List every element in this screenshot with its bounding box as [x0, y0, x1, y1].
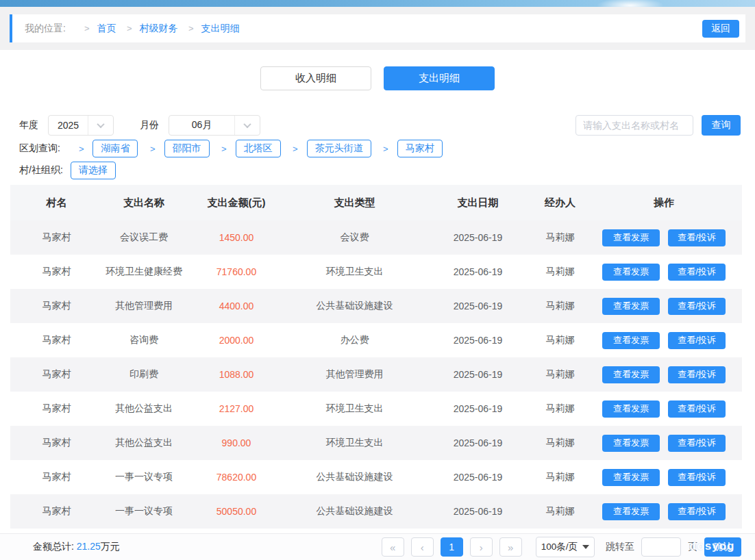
- cell-actions: 查看发票 查看/投诉: [586, 289, 742, 323]
- view-invoice-button[interactable]: 查看发票: [602, 264, 660, 281]
- breadcrumb: 我的位置: > 首页 > 村级财务 > 支出明细 返回: [10, 14, 745, 42]
- cell-type: 公共基础设施建设: [288, 289, 421, 323]
- cell-operator: 马莉娜: [534, 220, 586, 255]
- breadcrumb-link[interactable]: 首页: [97, 23, 116, 35]
- region-separator: >: [383, 144, 388, 154]
- jump-to-label: 跳转至: [606, 541, 634, 553]
- cell-date: 2025-06-19: [421, 323, 534, 357]
- view-complaint-button[interactable]: 查看/投诉: [668, 469, 726, 486]
- page-size-select[interactable]: 100条/页: [536, 537, 595, 557]
- cell-date: 2025-06-19: [421, 255, 534, 289]
- month-select[interactable]: 06月: [169, 115, 260, 136]
- back-button[interactable]: 返回: [702, 20, 739, 38]
- table-row: 马家村 其他管理费用 4400.00 公共基础设施建设 2025-06-19 马…: [10, 289, 742, 323]
- caret-down-icon: [582, 545, 589, 549]
- search-input[interactable]: [575, 115, 693, 136]
- view-invoice-button[interactable]: 查看发票: [602, 332, 660, 349]
- view-complaint-button[interactable]: 查看/投诉: [668, 366, 726, 383]
- table-row: 马家村 其他公益支出 990.00 环境卫生支出 2025-06-19 马莉娜 …: [10, 426, 742, 460]
- view-invoice-button[interactable]: 查看发票: [602, 503, 660, 520]
- view-invoice-button[interactable]: 查看发票: [602, 435, 660, 452]
- breadcrumb-link[interactable]: 村级财务: [140, 23, 178, 35]
- cell-amount: 71760.00: [185, 255, 288, 289]
- region-separator: >: [293, 144, 298, 154]
- cell-date: 2025-06-19: [421, 392, 534, 426]
- view-complaint-button[interactable]: 查看/投诉: [668, 298, 726, 315]
- month-caret-box: [234, 116, 260, 135]
- cell-amount: 990.00: [185, 426, 288, 460]
- region-pill[interactable]: 茶元头街道: [307, 140, 371, 157]
- jump-page-input[interactable]: [641, 537, 681, 557]
- year-label: 年度: [19, 119, 38, 131]
- pagination: « ‹ 1 › » 100条/页 跳转至 页 确认: [382, 537, 741, 557]
- view-invoice-button[interactable]: 查看发票: [602, 366, 660, 383]
- total-unit: 万元: [101, 541, 120, 552]
- prev-page-button[interactable]: ‹: [411, 537, 434, 557]
- year-caret-box: [88, 116, 113, 135]
- next-page-button[interactable]: ›: [470, 537, 493, 557]
- breadcrumb-label: 我的位置:: [25, 23, 66, 35]
- cell-type: 办公费: [288, 323, 421, 357]
- last-page-button[interactable]: »: [499, 537, 522, 557]
- month-label: 月份: [140, 119, 159, 131]
- breadcrumb-link[interactable]: 支出明细: [201, 23, 240, 35]
- view-complaint-button[interactable]: 查看/投诉: [668, 332, 726, 349]
- cell-operator: 马莉娜: [534, 460, 586, 494]
- cell-name: 一事一议专项: [103, 494, 185, 529]
- org-select-button[interactable]: 请选择: [71, 162, 116, 179]
- table-row: 马家村 一事一议专项 50050.00 公共基础设施建设 2025-06-19 …: [10, 494, 742, 529]
- breadcrumb-separator: >: [188, 23, 194, 34]
- cell-date: 2025-06-19: [421, 426, 534, 460]
- view-complaint-button[interactable]: 查看/投诉: [668, 229, 726, 246]
- current-page-button[interactable]: 1: [441, 537, 463, 557]
- view-invoice-button[interactable]: 查看发票: [602, 229, 660, 246]
- cell-name: 其他管理费用: [103, 289, 185, 323]
- cell-date: 2025-06-19: [421, 357, 534, 392]
- region-separator: >: [79, 144, 84, 154]
- breadcrumb-item: > 支出明细: [181, 23, 240, 35]
- cell-type: 环境卫生支出: [288, 392, 421, 426]
- cell-village: 马家村: [10, 426, 103, 460]
- cell-date: 2025-06-19: [421, 289, 534, 323]
- region-pill[interactable]: 湖南省: [92, 140, 138, 157]
- search-button[interactable]: 查询: [702, 115, 741, 136]
- cell-actions: 查看发票 查看/投诉: [586, 357, 742, 392]
- cell-name: 其他公益支出: [103, 426, 185, 460]
- view-complaint-button[interactable]: 查看/投诉: [668, 400, 726, 418]
- region-pill[interactable]: 邵阳市: [164, 140, 210, 157]
- filter-row-region: 区划查询: > 湖南省 > 邵阳市 > 北塔区: [19, 140, 741, 157]
- view-invoice-button[interactable]: 查看发票: [602, 469, 660, 486]
- view-invoice-button[interactable]: 查看发票: [602, 400, 660, 418]
- cell-name: 一事一议专项: [103, 460, 185, 494]
- detail-tabs: 收入明细 支出明细: [0, 50, 755, 90]
- table-row: 马家村 其他公益支出 2127.00 环境卫生支出 2025-06-19 马莉娜…: [10, 392, 742, 426]
- cell-amount: 1088.00: [185, 357, 288, 392]
- view-complaint-button[interactable]: 查看/投诉: [668, 435, 726, 452]
- region-pill[interactable]: 马家村: [397, 140, 443, 157]
- cell-type: 会议费: [288, 220, 421, 255]
- year-select[interactable]: 2025: [48, 115, 114, 136]
- tab-expense-detail[interactable]: 支出明细: [384, 66, 495, 90]
- confirm-jump-button[interactable]: 确认: [704, 537, 741, 557]
- region-item: > 邵阳市: [141, 140, 210, 157]
- view-complaint-button[interactable]: 查看/投诉: [668, 503, 726, 520]
- expense-table: 村名 支出名称 支出金额(元) 支出类型 支出日期 经办人 操作 马家村 会议误…: [10, 185, 742, 529]
- top-sky-banner: [0, 0, 755, 7]
- region-item: > 茶元头街道: [284, 140, 371, 157]
- cell-village: 马家村: [10, 323, 103, 357]
- page-size-value: 100条/页: [541, 541, 578, 553]
- header-amount: 支出金额(元): [185, 185, 288, 220]
- cell-date: 2025-06-19: [421, 460, 534, 494]
- header-village: 村名: [10, 185, 103, 220]
- breadcrumb-strip: 我的位置: > 首页 > 村级财务 > 支出明细 返回: [0, 7, 755, 50]
- breadcrumb-items: > 首页 > 村级财务 > 支出明细: [77, 22, 240, 35]
- cell-village: 马家村: [10, 255, 103, 289]
- cell-amount: 2000.00: [185, 323, 288, 357]
- tab-income-detail[interactable]: 收入明细: [260, 66, 371, 90]
- header-operator: 经办人: [534, 185, 586, 220]
- region-item: > 北塔区: [212, 140, 281, 157]
- view-invoice-button[interactable]: 查看发票: [602, 298, 660, 315]
- first-page-button[interactable]: «: [382, 537, 404, 557]
- region-pill[interactable]: 北塔区: [236, 140, 281, 157]
- view-complaint-button[interactable]: 查看/投诉: [668, 264, 726, 281]
